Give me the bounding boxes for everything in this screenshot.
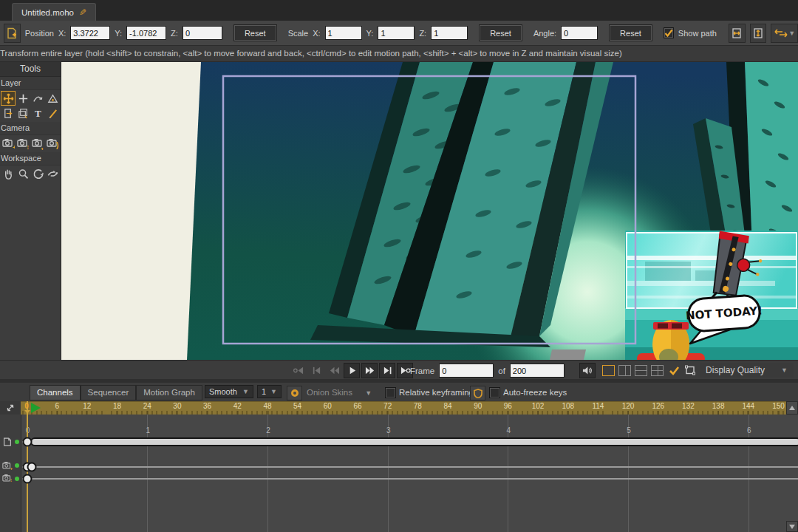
- onion-skin-toggle-button[interactable]: [287, 386, 302, 400]
- expand-diagonal-icon[interactable]: [5, 403, 16, 413]
- plus-icon: [17, 92, 30, 105]
- ruler-tick-label: 24: [143, 402, 151, 410]
- render-preview-window: NOT TODAY!: [625, 227, 798, 360]
- ruler-tick-label: 30: [173, 402, 181, 410]
- scale-y-input[interactable]: [378, 26, 415, 40]
- curve-arrow-icon: [32, 92, 44, 105]
- zoom-camera-tool[interactable]: ↕: [16, 136, 30, 151]
- scale-reset-button[interactable]: Reset: [480, 25, 522, 41]
- two-vertical-views-button[interactable]: [618, 365, 631, 376]
- pen-tool[interactable]: [45, 106, 60, 120]
- interpolation-dropdown[interactable]: Smooth ▼: [205, 385, 253, 398]
- flip-horizontal-icon: [731, 27, 743, 39]
- relative-keyframing-checkbox[interactable]: [385, 387, 396, 398]
- flip-layer-tool[interactable]: [1, 106, 16, 120]
- keyframe-protection-button[interactable]: [470, 386, 485, 400]
- ruler-scroll-button[interactable]: [786, 401, 798, 415]
- frame-ruler[interactable]: [21, 401, 786, 415]
- orbit-icon: [47, 168, 59, 180]
- current-frame-input[interactable]: [439, 364, 494, 378]
- camera-pan-icon: ): [46, 137, 59, 150]
- canvas-viewport[interactable]: NOT TODAY!: [61, 62, 798, 360]
- position-y-input[interactable]: [126, 26, 166, 40]
- playhead-green-triangle-icon[interactable]: [31, 403, 41, 413]
- roll-camera-tool[interactable]: ,: [30, 136, 45, 151]
- enable-drawing-checkbox[interactable]: [667, 366, 681, 375]
- transform-frame-icon: [684, 365, 696, 375]
- flip-layer-vertically-button[interactable]: [750, 24, 767, 43]
- playback-bar: Frame of: [0, 360, 798, 379]
- step-back-icon: [328, 366, 341, 375]
- pan-workspace-tool[interactable]: [1, 166, 16, 181]
- position-reset-button[interactable]: Reset: [234, 25, 276, 41]
- angle-input[interactable]: [561, 26, 598, 40]
- scale-x-input[interactable]: [325, 26, 362, 40]
- ruler-tick-label: 138: [712, 402, 725, 410]
- status-bar: Transform entire layer (hold <shift> to …: [0, 46, 798, 62]
- playhead-marker-icon[interactable]: [24, 410, 30, 414]
- ruler-tick-label: 66: [353, 402, 361, 410]
- display-quality-dropdown[interactable]: Display Quality ▼: [700, 363, 794, 378]
- transform-layer-tool[interactable]: [1, 91, 16, 106]
- scale-label: Scale: [288, 29, 309, 38]
- add-point-tool[interactable]: [16, 91, 30, 106]
- rotate-workspace-tool[interactable]: [30, 166, 45, 181]
- follow-path-tool[interactable]: [30, 91, 45, 106]
- text-tool[interactable]: T: [30, 106, 45, 120]
- angle-reset-button[interactable]: Reset: [610, 25, 652, 41]
- play-button[interactable]: [344, 363, 360, 378]
- step-back-button[interactable]: [326, 363, 342, 378]
- auto-freeze-keys-checkbox[interactable]: [489, 387, 500, 398]
- onion-frames-dropdown[interactable]: 1 ▼: [257, 385, 282, 398]
- timeline-tracks-area[interactable]: + ↕ 0123456: [0, 415, 798, 532]
- svg-text:,: ,: [41, 142, 44, 150]
- step-forward-button[interactable]: [361, 363, 378, 378]
- zoom-workspace-tool[interactable]: [16, 166, 30, 181]
- tab-sequencer[interactable]: Sequencer: [81, 385, 137, 400]
- layer-track-icon: [2, 437, 13, 447]
- quad-view-button[interactable]: [651, 365, 664, 376]
- scale-z-input[interactable]: [431, 26, 468, 40]
- show-path-checkbox[interactable]: [664, 27, 674, 38]
- two-horizontal-views-button[interactable]: [635, 365, 647, 376]
- shield-icon: [474, 389, 482, 398]
- tab-motion-graph[interactable]: Motion Graph: [136, 385, 202, 400]
- flip-layer-horizontally-button[interactable]: [729, 24, 746, 43]
- timeline-scroll-up-button[interactable]: [783, 389, 789, 402]
- rewind-to-start-button[interactable]: [290, 363, 307, 378]
- tracks-scroll-button[interactable]: [786, 521, 798, 532]
- track-camera-tool[interactable]: +: [1, 136, 16, 151]
- ruler-tick-label: 84: [443, 402, 451, 410]
- single-view-button[interactable]: [602, 365, 615, 376]
- playhead-line[interactable]: [27, 415, 28, 532]
- triangle-warn-icon: [47, 92, 59, 105]
- orbit-workspace-tool[interactable]: [45, 166, 60, 181]
- camera-zoom-track-keyframe[interactable]: [27, 463, 37, 472]
- layer-track-duration-bar[interactable]: [30, 437, 798, 446]
- transform-options-dropdown-button[interactable]: ▼: [771, 24, 798, 43]
- camera-zoom-track-line: [22, 466, 798, 468]
- previous-keyframe-button[interactable]: [308, 363, 324, 378]
- shear-layer-tool[interactable]: [45, 91, 60, 106]
- document-tab[interactable]: Untitled.moho ✎: [12, 3, 96, 21]
- duplicate-layer-tool[interactable]: [16, 106, 30, 120]
- layer-track-keyframe[interactable]: [22, 437, 32, 447]
- stereo-view-button[interactable]: [684, 365, 696, 375]
- document-tab-bar: Untitled.moho ✎: [0, 0, 798, 21]
- down-triangle-icon: [789, 525, 795, 529]
- go-to-end-button[interactable]: [379, 363, 395, 378]
- pan-tilt-camera-tool[interactable]: ): [45, 136, 60, 151]
- svg-text:T: T: [35, 108, 41, 119]
- total-frames-input[interactable]: [510, 364, 565, 378]
- onion-skins-dropdown[interactable]: Onion Skins ▼: [307, 388, 372, 397]
- camera-zoom-track-icon: +: [2, 460, 13, 470]
- camera-move-track-keyframe[interactable]: [22, 474, 32, 484]
- tools-section-camera: Camera: [0, 122, 61, 135]
- add-keyframe-icon-button[interactable]: [4, 24, 21, 43]
- tab-channels[interactable]: Channels: [30, 385, 81, 400]
- svg-text:+: +: [10, 466, 13, 470]
- position-x-input[interactable]: [70, 26, 110, 40]
- position-z-input[interactable]: [183, 26, 222, 40]
- mute-audio-button[interactable]: [579, 363, 596, 378]
- status-bar-text: Transform entire layer (hold <shift> to …: [0, 49, 622, 58]
